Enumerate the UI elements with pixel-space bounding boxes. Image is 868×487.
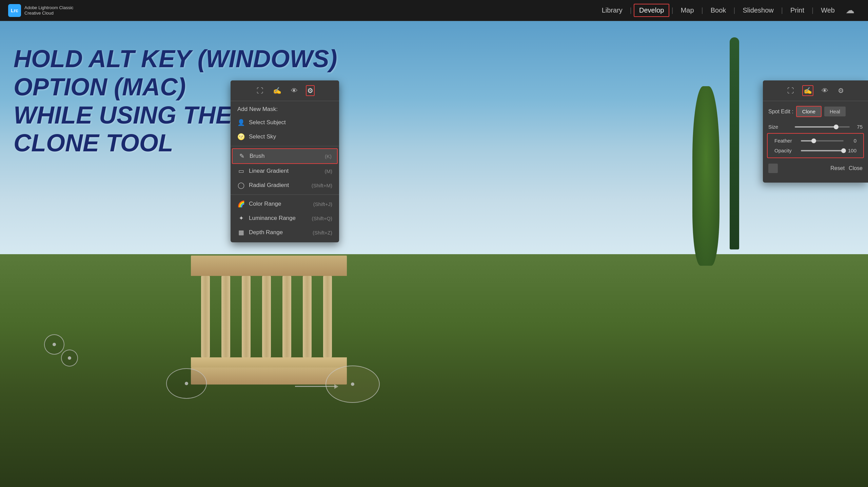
opacity-label: Opacity — [774, 148, 798, 153]
select-subject-icon: 👤 — [237, 119, 245, 126]
color-range-label: Color Range — [249, 201, 281, 207]
nav-sep-1: | — [630, 6, 632, 14]
depth-range-shortcut: (Shift+Z) — [313, 230, 332, 236]
select-subject-item[interactable]: 👤 Select Subject — [231, 115, 339, 130]
nav-sep-6: | — [812, 6, 813, 14]
overlay-line3: WHILE USING THE — [14, 101, 232, 129]
depth-range-item[interactable]: ▦ Depth Range (Shift+Z) — [231, 225, 339, 240]
radial-gradient-label: Radial Gradient — [249, 182, 289, 189]
brush-item[interactable]: ✎ Brush (K) — [232, 148, 338, 164]
brush-shortcut: (K) — [325, 153, 332, 159]
nav-print[interactable]: Print — [785, 4, 810, 17]
linear-gradient-shortcut: (M) — [325, 168, 333, 174]
nav-web[interactable]: Web — [815, 4, 840, 17]
luminance-range-item[interactable]: ✦ Luminance Range (Shift+Q) — [231, 211, 339, 225]
linear-gradient-icon: ▭ — [237, 167, 245, 175]
clone-mode-btn[interactable]: Clone — [796, 106, 822, 117]
select-sky-item[interactable]: 🌝 Select Sky — [231, 130, 339, 144]
opacity-value: 100 — [846, 148, 856, 153]
logo-area: Lrc Adobe Lightroom Classic Creative Clo… — [0, 4, 82, 17]
overlay-line1: HOLD ALT KEY (WINDOWS) — [14, 45, 337, 72]
nav-bar: Library | Develop | Map | Book | Slidesh… — [596, 4, 868, 17]
spot-panel: ⛶ ✍ 👁 ⚙ Spot Edit : Clone Heal Size 75 F… — [763, 80, 868, 183]
luminance-range-label: Luminance Range — [249, 215, 296, 222]
opacity-slider[interactable] — [801, 150, 844, 151]
size-value: 75 — [852, 124, 863, 130]
linear-gradient-label: Linear Gradient — [249, 168, 289, 174]
mask-panel-toolbar: ⛶ ✍ 👁 ⚙ — [231, 80, 339, 101]
nav-book[interactable]: Book — [705, 4, 732, 17]
radial-gradient-shortcut: (Shift+M) — [312, 183, 332, 188]
spot-edit-label: Spot Edit : — [768, 109, 793, 115]
mask-panel: ⛶ ✍ 👁 ⚙ Add New Mask: 👤 Select Subject 🌝… — [231, 80, 339, 242]
app-title-line2: Creative Cloud — [24, 11, 74, 16]
spot-heal-icon-highlighted[interactable]: ✍ — [802, 85, 813, 96]
nav-library[interactable]: Library — [596, 4, 628, 17]
feather-value: 0 — [846, 138, 856, 144]
feather-slider[interactable] — [801, 140, 844, 142]
select-subject-label: Select Subject — [249, 119, 286, 126]
logo-text: Adobe Lightroom Classic Creative Cloud — [24, 5, 74, 16]
mask-panel-title: Add New Mask: — [231, 101, 339, 115]
brush-label: Brush — [250, 153, 264, 160]
feather-label: Feather — [774, 138, 798, 144]
color-range-item[interactable]: 🌈 Color Range (Shift+J) — [231, 197, 339, 211]
nav-slideshow[interactable]: Slideshow — [737, 4, 779, 17]
nav-sep-3: | — [702, 6, 703, 14]
spot-sliders-box: Feather 0 Opacity 100 — [767, 133, 864, 158]
spot-panel-toolbar: ⛶ ✍ 👁 ⚙ — [763, 80, 868, 101]
clone-source-main[interactable] — [166, 368, 207, 399]
brush-icon: ✎ — [238, 152, 245, 160]
eye-icon[interactable]: 👁 — [290, 86, 299, 96]
lrc-badge: Lrc — [8, 4, 21, 17]
nav-sep-4: | — [733, 6, 735, 14]
radial-gradient-icon: ◯ — [237, 182, 245, 189]
luminance-range-shortcut: (Shift+Q) — [312, 216, 332, 221]
depth-range-icon: ▦ — [237, 229, 245, 236]
clone-destination-main[interactable] — [326, 366, 380, 403]
nav-sep-2: | — [671, 6, 673, 14]
select-sky-icon: 🌝 — [237, 133, 245, 141]
opacity-slider-row: Opacity 100 — [769, 146, 862, 155]
overlay-line4: CLONE TOOL — [14, 129, 173, 156]
color-range-icon: 🌈 — [237, 200, 245, 208]
spot-crop-icon[interactable]: ⛶ — [786, 86, 795, 96]
select-sky-label: Select Sky — [249, 133, 276, 140]
spot-settings-icon[interactable]: ⚙ — [836, 85, 845, 96]
radial-gradient-item[interactable]: ◯ Radial Gradient (Shift+M) — [231, 178, 339, 192]
nav-sep-5: | — [781, 6, 783, 14]
luminance-range-icon: ✦ — [237, 214, 245, 222]
spot-bottom-row: Reset Close — [763, 160, 868, 177]
crop-tool-icon[interactable]: ⛶ — [255, 86, 265, 96]
clone-source-circle-1[interactable] — [44, 334, 64, 355]
temple-decoration — [191, 256, 347, 385]
size-slider-row: Size 75 — [763, 122, 868, 132]
spot-preview-toggle[interactable] — [768, 164, 778, 173]
linear-gradient-item[interactable]: ▭ Linear Gradient (M) — [231, 164, 339, 178]
size-label: Size — [768, 124, 792, 130]
mask-divider-1 — [231, 146, 339, 146]
spot-edit-row: Spot Edit : Clone Heal — [763, 101, 868, 122]
app-title-line1: Adobe Lightroom Classic — [24, 5, 74, 11]
mask-divider-2 — [231, 194, 339, 195]
heal-mode-btn[interactable]: Heal — [824, 107, 846, 116]
overlay-line2: OPTION (MAC) — [14, 73, 186, 100]
canvas-area: HOLD ALT KEY (WINDOWS) OPTION (MAC) WHIL… — [0, 21, 868, 487]
spot-eye-icon[interactable]: 👁 — [820, 86, 830, 96]
cloud-sync-icon[interactable]: ☁ — [846, 5, 854, 16]
trees-decoration — [685, 21, 760, 347]
clone-source-circle-2[interactable] — [61, 350, 78, 367]
spot-reset-btn[interactable]: Reset — [830, 165, 845, 171]
heal-brush-icon[interactable]: ✍ — [272, 85, 283, 96]
color-range-shortcut: (Shift+J) — [313, 201, 332, 207]
nav-map[interactable]: Map — [675, 4, 699, 17]
depth-range-label: Depth Range — [249, 229, 283, 236]
nav-develop[interactable]: Develop — [634, 4, 669, 17]
spot-close-btn[interactable]: Close — [849, 165, 863, 171]
feather-slider-row: Feather 0 — [769, 136, 862, 146]
topbar: Lrc Adobe Lightroom Classic Creative Clo… — [0, 0, 868, 21]
settings-icon-highlighted[interactable]: ⚙ — [306, 85, 315, 96]
size-slider[interactable] — [795, 126, 850, 128]
